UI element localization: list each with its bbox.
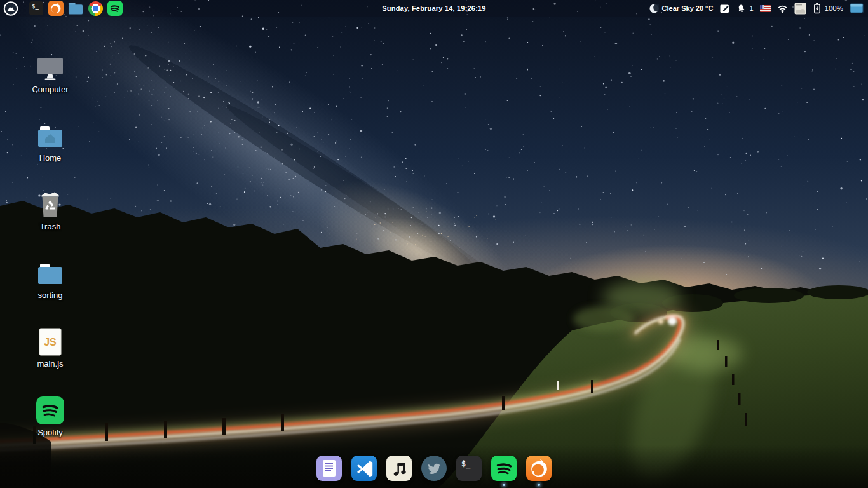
home-folder-icon [36, 121, 65, 150]
moon-icon [649, 4, 659, 13]
chrome-icon[interactable] [88, 1, 103, 16]
wallpaper [0, 0, 868, 488]
javascript-file-icon: JS [39, 327, 62, 356]
spotify-icon [491, 456, 517, 481]
spotify-icon[interactable] [107, 1, 123, 16]
dock-item-firefox[interactable] [526, 456, 552, 481]
running-indicator [538, 484, 540, 486]
notification-count: 1 [749, 4, 753, 12]
folder-icon [36, 258, 65, 287]
notifications-indicator[interactable]: 1 [736, 3, 753, 13]
battery-percent: 100% [825, 4, 843, 12]
terminal-icon: $_ [456, 456, 482, 481]
wifi-icon[interactable] [777, 4, 788, 13]
twitter-icon [421, 456, 447, 481]
desktop-icon-mainjs[interactable]: JS main.js [21, 327, 79, 369]
dock-item-music[interactable] [386, 456, 412, 481]
notes-icon [316, 456, 342, 481]
music-player-icon [386, 456, 412, 481]
desktop-icon-label: Trash [40, 222, 61, 231]
terminal-glyph: $_ [461, 459, 470, 468]
edit-icon[interactable] [719, 3, 730, 14]
trash-icon [37, 189, 63, 219]
firefox-icon [526, 456, 552, 481]
spotify-icon [36, 395, 64, 424]
weather-text: Clear Sky 20 °C [662, 4, 714, 12]
weather-indicator[interactable]: Clear Sky 20 °C [649, 4, 714, 13]
battery-charging-icon [813, 3, 822, 14]
desktop-icon-label: Computer [32, 85, 68, 94]
battery-indicator[interactable]: 100% [813, 3, 843, 14]
desktop-icon-home[interactable]: Home [21, 121, 79, 163]
running-indicator [503, 484, 505, 486]
dock-item-notes[interactable] [316, 456, 342, 481]
top-panel: $_ Sunday, February 14, 19:26:19 Clear S… [0, 0, 868, 17]
bell-icon [736, 3, 746, 13]
dock: $_ [316, 456, 552, 481]
blue-window-icon[interactable] [850, 3, 864, 13]
desktop-icon-label: sorting [37, 290, 62, 300]
dock-item-terminal[interactable]: $_ [456, 456, 482, 481]
image-thumbnail-icon[interactable] [794, 3, 806, 15]
vscode-icon [351, 456, 377, 481]
panel-clock[interactable]: Sunday, February 14, 19:26:19 [382, 4, 485, 12]
panel-tray: Clear Sky 20 °C 1 100% [649, 3, 868, 15]
desktop-icon-sorting[interactable]: sorting [21, 258, 79, 300]
terminal-glyph: $_ [29, 1, 43, 15]
file-manager-icon[interactable] [68, 1, 83, 16]
desktop-icon-label: Spotify [37, 428, 63, 437]
desktop-icon-trash[interactable]: Trash [21, 189, 79, 231]
js-badge: JS [44, 337, 57, 348]
terminal-icon[interactable]: $_ [29, 1, 44, 16]
desktop-icons: Computer Home Trash sorting JS main.js S… [21, 52, 79, 464]
firefox-icon[interactable] [48, 1, 64, 16]
dock-item-spotify[interactable] [491, 456, 517, 481]
desktop-icon-spotify[interactable]: Spotify [21, 395, 79, 437]
distro-menu-icon[interactable] [3, 1, 18, 16]
desktop-icon-computer[interactable]: Computer [21, 52, 79, 94]
dock-item-vscode[interactable] [351, 456, 377, 481]
desktop-icon-label: main.js [37, 359, 63, 369]
dock-item-twitter[interactable] [421, 456, 447, 481]
us-flag-icon[interactable] [760, 5, 771, 12]
computer-monitor-icon [36, 52, 65, 81]
panel-launchers: $_ [0, 1, 123, 16]
desktop-icon-label: Home [39, 153, 62, 163]
